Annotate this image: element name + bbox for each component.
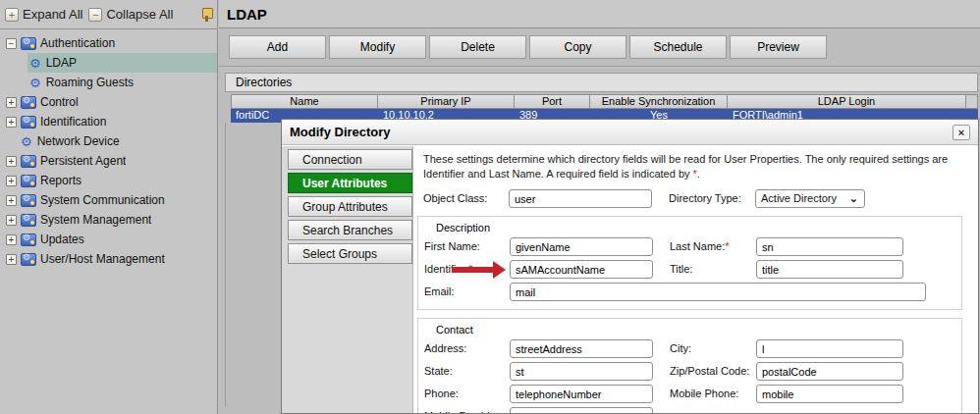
column-header-primary-ip[interactable]: Primary IP <box>378 94 515 109</box>
column-header-name[interactable]: Name <box>231 94 378 109</box>
tree-item-reports[interactable]: + Reports <box>0 171 217 190</box>
tree-item-label: Authentication <box>40 36 115 50</box>
address-field[interactable] <box>510 339 653 358</box>
title-field[interactable] <box>756 260 903 279</box>
phone-label: Phone: <box>424 388 459 399</box>
tab-group-attributes[interactable]: Group Attributes <box>288 196 412 217</box>
expand-expander-icon[interactable]: + <box>6 254 17 265</box>
modify-directory-dialog: Modify Directory × Connection User Attri… <box>281 119 979 414</box>
email-field[interactable] <box>510 283 926 301</box>
last-name-field[interactable] <box>756 237 903 256</box>
column-header-port[interactable]: Port <box>515 94 590 109</box>
first-name-field[interactable] <box>510 237 653 256</box>
zip-postal-code-field[interactable] <box>756 362 903 381</box>
expand-expander-icon[interactable]: + <box>6 117 17 128</box>
sidebar-header: + Expand All − Collapse All <box>0 0 217 29</box>
collapse-all-button[interactable]: − Collapse All <box>88 7 173 22</box>
tree-item-label: Control <box>40 95 79 109</box>
tree-item-label: LDAP <box>46 56 77 70</box>
expand-expander-icon[interactable]: + <box>6 176 17 186</box>
annotation-arrow-icon <box>452 267 493 273</box>
navigation-tree: − Authentication ⚙ LDAP ⚙ Roaming Guests… <box>0 29 217 269</box>
last-name-label: Last Name:* <box>670 240 730 252</box>
column-header-spacer <box>966 94 978 109</box>
table-header-row: Name Primary IP Port Enable Synchronizat… <box>231 94 978 109</box>
tree-item-updates[interactable]: + Updates <box>0 230 217 249</box>
close-icon[interactable]: × <box>953 125 970 140</box>
collapse-expander-icon[interactable]: − <box>6 38 17 49</box>
contact-groupbox: Contact Address: City: State: Zip/Postal… <box>417 318 962 413</box>
tab-search-branches[interactable]: Search Branches <box>288 220 412 240</box>
pin-icon[interactable] <box>201 7 212 22</box>
email-row: Email: <box>424 283 953 301</box>
mobile-phone-label: Mobile Phone: <box>670 388 738 399</box>
tree-item-persistent-agent[interactable]: + Persistent Agent <box>0 151 217 171</box>
tree-item-label: User/Host Management <box>40 252 165 266</box>
dialog-header: Modify Directory × <box>282 120 978 145</box>
column-header-enable-synchronization[interactable]: Enable Synchronization <box>590 94 728 109</box>
gears-folder-icon <box>21 253 36 266</box>
tree-item-identification[interactable]: + Identification <box>0 112 217 131</box>
dialog-content: These settings determine which directory… <box>412 146 978 413</box>
schedule-button[interactable]: Schedule <box>629 35 727 59</box>
expand-expander-icon[interactable]: + <box>6 215 17 226</box>
expand-expander-icon[interactable]: + <box>6 195 17 206</box>
object-class-field[interactable] <box>509 189 652 208</box>
gears-folder-icon <box>21 175 36 187</box>
tree-item-user-host-management[interactable]: + User/Host Management <box>0 249 217 269</box>
tree-item-label: System Management <box>40 213 151 227</box>
expand-all-label: Expand All <box>23 7 82 22</box>
mobile-phone-field[interactable] <box>756 385 903 403</box>
last-name-label-text: Last Name: <box>670 240 725 252</box>
state-label: State: <box>424 365 453 377</box>
city-field[interactable] <box>756 339 903 358</box>
first-name-label: First Name: <box>424 240 480 252</box>
intro-text: These settings determine which directory… <box>423 152 968 181</box>
tree-item-label: Identification <box>40 115 106 129</box>
identifier-field[interactable] <box>510 260 653 279</box>
tree-item-roaming-guests[interactable]: ⚙ Roaming Guests <box>27 73 217 92</box>
delete-button[interactable]: Delete <box>429 35 526 59</box>
directory-type-select[interactable]: Active Directory ⌄ <box>755 189 865 208</box>
tree-item-system-management[interactable]: + System Management <box>0 210 217 230</box>
toolbar: Add Modify Delete Copy Schedule Preview <box>219 28 980 67</box>
phone-field[interactable] <box>510 385 653 403</box>
directories-caption: Directories <box>225 73 978 92</box>
expand-expander-icon[interactable]: + <box>6 156 17 167</box>
tab-user-attributes[interactable]: User Attributes <box>288 173 412 193</box>
gears-folder-icon <box>21 155 36 168</box>
tree-item-system-communication[interactable]: + System Communication <box>0 190 217 210</box>
gear-icon: ⚙ <box>29 57 41 70</box>
address-row: Address: City: <box>424 339 953 358</box>
column-header-ldap-login[interactable]: LDAP Login <box>728 94 966 109</box>
tree-item-authentication[interactable]: − Authentication <box>0 33 217 53</box>
state-field[interactable] <box>510 362 653 381</box>
tab-select-groups[interactable]: Select Groups <box>288 243 412 264</box>
sidebar: + Expand All − Collapse All − Authentica… <box>0 0 218 414</box>
phone-row: Phone: Mobile Phone: <box>424 385 953 403</box>
gears-folder-icon <box>21 37 36 50</box>
expand-expander-icon[interactable]: + <box>6 97 17 108</box>
directory-type-label: Directory Type: <box>669 192 741 204</box>
gears-folder-icon <box>21 233 36 246</box>
modify-button[interactable]: Modify <box>329 35 426 59</box>
expand-expander-icon[interactable]: + <box>6 234 17 245</box>
title-label: Title: <box>670 263 692 275</box>
state-row: State: Zip/Postal Code: <box>424 362 953 381</box>
collapse-all-icon: − <box>88 8 102 22</box>
tree-item-control[interactable]: + Control <box>0 92 217 112</box>
mobile-provider-row: Mobile Provider: <box>424 407 953 413</box>
intro-period: . <box>697 168 700 180</box>
tree-item-label: Roaming Guests <box>46 76 134 89</box>
expand-all-button[interactable]: + Expand All <box>5 7 82 22</box>
add-button[interactable]: Add <box>229 35 326 59</box>
tree-item-network-device[interactable]: ⚙ Network Device <box>0 131 217 151</box>
tab-connection[interactable]: Connection <box>288 149 412 170</box>
city-label: City: <box>670 342 691 354</box>
mobile-provider-field[interactable] <box>510 407 653 413</box>
zip-postal-code-label: Zip/Postal Code: <box>670 365 749 377</box>
tree-item-ldap[interactable]: ⚙ LDAP <box>27 53 217 73</box>
preview-button[interactable]: Preview <box>730 35 827 59</box>
dialog-body: Connection User Attributes Group Attribu… <box>282 146 978 413</box>
copy-button[interactable]: Copy <box>529 35 626 59</box>
